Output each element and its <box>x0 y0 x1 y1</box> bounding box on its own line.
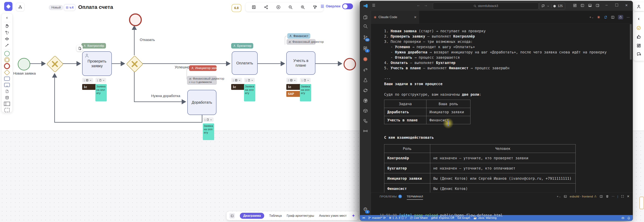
doc-sticky-plan[interactable]: Заявка на оплату <box>300 84 311 101</box>
zoom-in-button[interactable] <box>300 4 306 10</box>
editor-scrollbar[interactable] <box>630 24 632 60</box>
system-chip-1c[interactable]: 1с <box>286 84 302 90</box>
split-terminal-icon[interactable] <box>600 195 603 198</box>
palette-intermediate-event[interactable] <box>2 57 12 63</box>
maximize-panel-icon[interactable] <box>621 195 624 198</box>
check-circle-icon[interactable] <box>636 26 641 30</box>
tab-claude-code[interactable]: Claude Code ✕ <box>371 11 420 24</box>
overlay-db-counter-plan[interactable]: 2 <box>286 78 297 83</box>
palette-data-store[interactable] <box>2 95 12 100</box>
settings-gear-icon[interactable]: ⚙1 <box>360 206 371 213</box>
menu-icon[interactable]: ☰ <box>372 3 375 8</box>
bowtie-icon[interactable] <box>360 128 371 135</box>
customize-layout-icon[interactable] <box>573 4 577 7</box>
palette-gateway[interactable] <box>2 70 12 75</box>
version-badge[interactable]: v.4 <box>64 4 75 11</box>
doc-sticky-pay[interactable]: Заявка на оплату <box>244 84 255 101</box>
tab-diagram[interactable]: Диаграмма <box>240 213 264 219</box>
role-badge-controller[interactable]: Контроллёр <box>82 43 106 48</box>
profile-card[interactable] <box>633 2 644 11</box>
close-panel-icon[interactable]: ✕ <box>627 194 630 198</box>
tab-terminal[interactable]: ТЕРМИНАЛ <box>407 195 423 198</box>
copilot-robot-icon[interactable] <box>621 216 624 220</box>
dashboard-grid-icon[interactable] <box>636 43 641 48</box>
hand-tool[interactable] <box>2 23 12 29</box>
more-actions-icon[interactable]: ⋯ <box>627 16 630 19</box>
more-actions-icon[interactable]: ⋯ <box>612 195 614 198</box>
role-badge-findir-rework[interactable]: Финансовый директор и еще 1 должности <box>187 76 217 85</box>
overlays-toggle[interactable] <box>342 4 353 9</box>
overlay-doc-counter-rework[interactable]: 1 <box>203 118 214 122</box>
system-chip-sap[interactable]: SAP <box>286 91 302 97</box>
palette-start-event[interactable] <box>2 51 12 56</box>
zoom-out-button[interactable] <box>288 4 293 10</box>
claude-icon[interactable] <box>597 16 600 19</box>
overlay-doc-counter-check[interactable]: 1 <box>95 78 106 83</box>
nav-forward-icon[interactable]: → <box>424 3 428 7</box>
collapse-panel-icon[interactable]: ‹ <box>638 16 640 21</box>
share-button[interactable] <box>263 4 269 10</box>
space-tool[interactable] <box>2 36 12 42</box>
source-control-icon[interactable]: 12 <box>360 34 371 41</box>
maximize-button[interactable] <box>615 4 618 6</box>
start-event[interactable] <box>18 58 30 70</box>
palette-collapse-button[interactable]: ‹ <box>2 15 12 20</box>
task-check-request[interactable]: Проверить заявку <box>82 51 112 76</box>
search-icon[interactable] <box>360 22 371 30</box>
doc-sticky-rework[interactable]: Заявка на оплату <box>203 124 214 140</box>
close-tab-icon[interactable]: ✕ <box>414 15 416 19</box>
notifications-bell-icon[interactable] <box>627 216 630 220</box>
copilot-control[interactable]: 125 <box>539 2 565 10</box>
terminal-task-label[interactable]: esbuild - frontend⚠ <box>570 195 597 198</box>
ai-sparkle-icon[interactable]: ✦ <box>352 213 355 218</box>
remote-indicator[interactable]: >< <box>362 216 365 220</box>
save-button[interactable] <box>251 4 257 10</box>
role-badge-accountant[interactable]: Бухгалтер <box>231 43 253 48</box>
end-event-refused[interactable] <box>129 14 142 26</box>
role-badge-initiator[interactable]: Инициатор заявки <box>189 65 216 71</box>
palette-subprocess[interactable] <box>2 82 12 88</box>
minimize-button[interactable]: – <box>606 3 608 7</box>
tab-architecture-graph[interactable]: Граф архитектуры <box>287 214 314 218</box>
layout-toggle-button[interactable] <box>229 213 235 218</box>
diff-tool-icon[interactable] <box>360 87 371 94</box>
palette-end-event[interactable] <box>2 63 12 69</box>
command-search-input[interactable]: stormfullstack3 <box>433 3 538 10</box>
container-box-icon[interactable] <box>360 107 371 114</box>
task-account-in-plan[interactable]: Учесть в плане <box>286 51 316 75</box>
score-badge[interactable]: 6.8 <box>232 4 241 12</box>
role-badge-findir-plan[interactable]: Финансовый директор <box>286 39 316 45</box>
palette-group[interactable] <box>2 107 12 113</box>
trash-icon[interactable] <box>606 195 609 198</box>
role-badge-financier[interactable]: Финансист <box>287 33 310 39</box>
github-icon[interactable] <box>360 97 371 104</box>
end-event-done[interactable] <box>344 58 356 70</box>
tab-problems[interactable]: ПРОБЛЕМЫ11 <box>380 195 402 198</box>
close-window-button[interactable]: ✕ <box>625 4 628 7</box>
task-pay[interactable]: Оплатить <box>232 51 258 75</box>
claude-icon[interactable] <box>360 55 371 63</box>
toggle-sidebar-right-icon[interactable] <box>596 4 600 7</box>
lasso-tool[interactable] <box>2 30 12 35</box>
blocks-icon[interactable] <box>360 117 371 125</box>
thumbs-up-icon[interactable] <box>636 34 641 39</box>
tab-table[interactable]: Таблица <box>269 214 282 218</box>
menu-lines-icon[interactable]: ☰ <box>321 4 324 9</box>
overlay-db-counter-pay[interactable]: 1 <box>231 78 242 83</box>
tab-bottleneck-analysis[interactable]: Анализ узких мест <box>319 214 346 218</box>
sync-diff-icon[interactable] <box>604 15 608 19</box>
org-structure-button[interactable] <box>16 3 24 11</box>
overlay-db-counter-check[interactable]: 1 <box>82 78 93 83</box>
connect-tool[interactable] <box>2 42 12 48</box>
palette-data-object[interactable] <box>2 88 12 94</box>
app-logo[interactable] <box>4 2 12 11</box>
play-button[interactable] <box>276 4 281 10</box>
palette-pool[interactable] <box>2 101 12 107</box>
toggle-sidebar-left-icon[interactable] <box>580 4 584 7</box>
nav-back-icon[interactable]: ← <box>416 3 420 7</box>
new-chat-button[interactable]: ＋⌄ <box>589 15 594 19</box>
toggle-panel-icon[interactable] <box>588 4 592 7</box>
lock-icon[interactable] <box>618 15 623 20</box>
overlay-doc-counter-plan[interactable]: 1 <box>300 78 311 83</box>
overlay-doc-counter-pay[interactable]: 1 <box>244 78 255 83</box>
